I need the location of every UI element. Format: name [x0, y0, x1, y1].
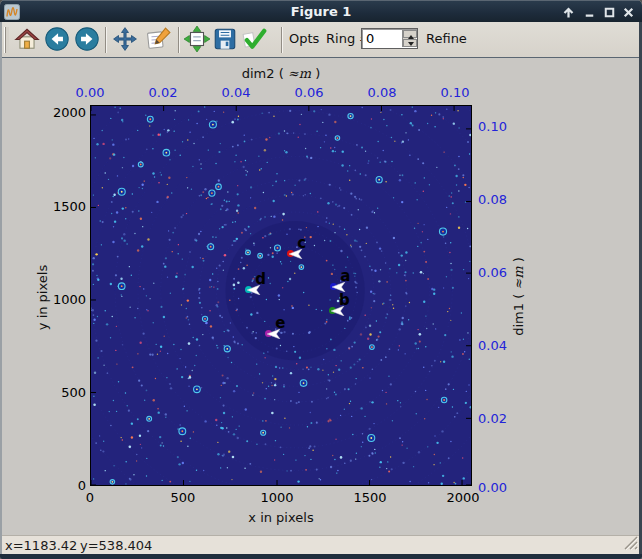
tick-label: 0.06 — [478, 265, 507, 280]
cursor-y-readout: y=538.404 — [80, 538, 152, 553]
tick-label: 500 — [34, 385, 86, 400]
save-icon — [212, 26, 238, 52]
minimize-icon — [582, 5, 597, 20]
tick-label: 0.02 — [478, 411, 507, 426]
tick-label: 0.02 — [141, 85, 185, 100]
figure-canvas: dim2 ( ≈m ) 0.00 0.02 0.04 0.06 0.08 0.1… — [0, 58, 642, 535]
pan-icon — [112, 26, 138, 52]
up-arrow-icon — [561, 5, 576, 20]
window-title: Figure 1 — [0, 4, 642, 19]
figure-window: Figure 1 — [0, 0, 642, 559]
diffraction-image[interactable] — [90, 105, 472, 486]
toolbar-separator — [281, 27, 283, 53]
ring-number-spinbox[interactable]: 0 — [361, 28, 418, 49]
tick-label: 1000 — [255, 490, 299, 505]
forward-icon — [74, 26, 100, 52]
tick-label: 1500 — [34, 199, 86, 214]
maximize-button[interactable] — [602, 5, 617, 20]
maximize-icon — [602, 5, 617, 20]
ring-number-value: 0 — [366, 31, 374, 46]
resize-grip[interactable] — [623, 535, 638, 553]
top-axis-label: dim2 ( ≈m ) — [90, 66, 472, 81]
tick-label: 1000 — [34, 292, 86, 307]
resize-grip-icon — [623, 535, 638, 550]
shade-button[interactable] — [561, 5, 576, 20]
window-border-bottom — [0, 554, 642, 559]
tick-label: 0.06 — [287, 85, 331, 100]
tick-label: 0.00 — [68, 85, 112, 100]
tick-label: 0.04 — [214, 85, 258, 100]
tick-label: 0.04 — [478, 338, 507, 353]
cursor-x-readout: x=1183.42 — [5, 538, 77, 553]
toolbar-grip-handle[interactable] — [4, 27, 9, 53]
toolbar: Opts Ring # 0 Refine — [0, 22, 642, 58]
back-icon — [44, 26, 70, 52]
tick-label: 0.10 — [433, 85, 477, 100]
tick-label: 1500 — [348, 490, 392, 505]
tick-label: 0.10 — [478, 119, 507, 134]
close-button[interactable] — [621, 5, 636, 20]
opts-button[interactable]: Opts — [289, 31, 319, 46]
tick-label: 0.08 — [478, 192, 507, 207]
toolbar-separator — [105, 27, 107, 53]
minimize-button[interactable] — [582, 5, 597, 20]
titlebar[interactable]: Figure 1 — [0, 0, 642, 22]
diffraction-pattern — [91, 106, 471, 485]
check-icon — [242, 26, 268, 52]
tick-label: 2000 — [34, 105, 86, 120]
zoom-fit-icon — [184, 26, 210, 52]
home-icon — [14, 26, 40, 52]
toolbar-separator — [178, 27, 180, 53]
edit-icon — [145, 26, 171, 52]
right-axis-label: dim1 ( ≈m ) — [511, 237, 526, 357]
tick-label: 0.08 — [360, 85, 404, 100]
bottom-axis-label: x in pixels — [90, 510, 472, 525]
zoom-fit-button[interactable] — [184, 26, 210, 52]
spin-down-button[interactable] — [403, 39, 417, 47]
save-button[interactable] — [212, 26, 238, 52]
tick-label: 0 — [68, 490, 112, 505]
edit-button[interactable] — [145, 26, 171, 52]
tick-label: 500 — [161, 490, 205, 505]
tick-label: 2000 — [441, 490, 485, 505]
close-icon — [621, 5, 636, 20]
pan-button[interactable] — [112, 26, 138, 52]
home-button[interactable] — [14, 26, 40, 52]
forward-button[interactable] — [74, 26, 100, 52]
refine-button[interactable]: Refine — [426, 31, 467, 46]
toolbar — [0, 0, 642, 1]
spin-up-button[interactable] — [403, 30, 417, 38]
statusbar: x=1183.42 y=538.404 — [0, 535, 642, 554]
apply-button[interactable] — [242, 26, 268, 52]
back-button[interactable] — [44, 26, 70, 52]
spinner-buttons — [402, 30, 416, 47]
